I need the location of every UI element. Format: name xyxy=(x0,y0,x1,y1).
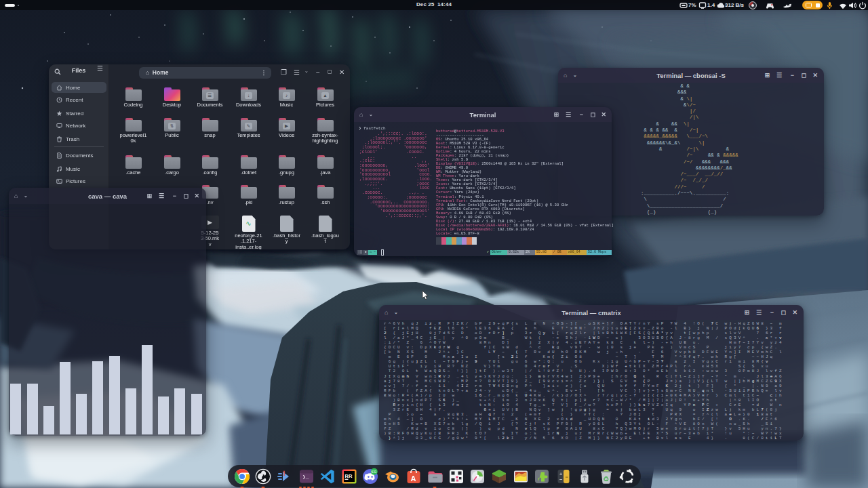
svg-text:♻: ♻ xyxy=(603,474,609,482)
svg-text:A: A xyxy=(410,474,416,482)
svg-text:=: = xyxy=(565,473,568,479)
svg-text:631: 631 xyxy=(372,470,377,474)
svg-text:RR: RR xyxy=(344,472,352,479)
svg-text:−: − xyxy=(559,476,563,483)
svg-text:❯_: ❯_ xyxy=(302,474,309,480)
